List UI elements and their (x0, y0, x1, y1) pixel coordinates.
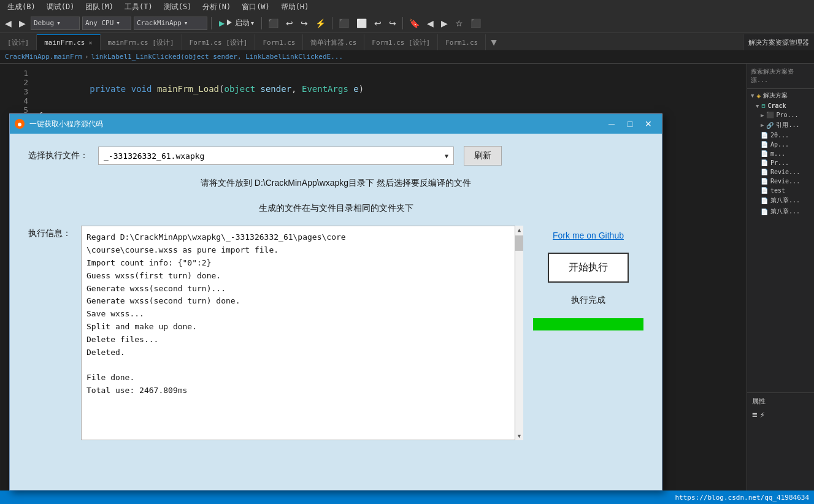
properties-title: 属性 (750, 395, 812, 407)
tree-pro-label: Pro... (776, 112, 798, 118)
toolbar-icon-6[interactable]: ⬜ (354, 17, 369, 30)
tree-test[interactable]: 📄 test (748, 186, 813, 195)
start-execute-button[interactable]: 开始执行 (548, 253, 629, 283)
tree-arrow-ref: ▶ (761, 122, 764, 128)
properties-panel: 属性 ≡ ⚡ (747, 392, 814, 491)
tree-review2[interactable]: 📄 Revie... (748, 177, 813, 186)
tree-review1[interactable]: 📄 Revie... (748, 167, 813, 177)
bookmark-icon[interactable]: 🔖 (407, 17, 422, 30)
tree-ref-label: 引用... (776, 121, 799, 129)
toolbar-icon-3[interactable]: ↪ (298, 17, 310, 30)
tab-design-old[interactable]: [设计] (0, 34, 37, 50)
menu-help[interactable]: 帮助(H) (276, 1, 314, 13)
dialog-window: ● 一键获取小程序源代码 ─ □ ✕ 选择执行文件： _-331326332_6… (9, 113, 662, 491)
breadcrumb-item-2[interactable]: linkLabel1_LinkClicked(object sender, Li… (91, 53, 343, 61)
dialog-close-btn[interactable]: ✕ (640, 118, 657, 130)
dialog-minimize-btn[interactable]: ─ (603, 118, 620, 130)
tree-pro[interactable]: ▶ ⬛ Pro... (748, 110, 813, 120)
dialog-maximize-btn[interactable]: □ (621, 118, 639, 130)
dropdown-arrow-icon: ▼ (445, 153, 448, 159)
tree-crack[interactable]: ▼ ⊟ Crack (748, 101, 813, 110)
menu-generate[interactable]: 生成(B) (2, 1, 40, 13)
toolbar-icon-7[interactable]: ↩ (372, 17, 384, 30)
dropdown-arrow-icon: ▾ (251, 20, 254, 26)
toolbar-icon-10[interactable]: ▶ (439, 17, 450, 30)
tree-arrow-crack: ▼ (756, 103, 759, 109)
menu-window[interactable]: 窗口(W) (237, 1, 275, 13)
refresh-button[interactable]: 刷新 (464, 146, 502, 166)
menu-tools[interactable]: 工具(T) (120, 1, 158, 13)
tab-form1-design[interactable]: Form1.cs [设计] (182, 34, 256, 50)
tab-close-mainfrm[interactable]: ✕ (88, 39, 92, 46)
properties-event-icon[interactable]: ⚡ (759, 410, 764, 419)
tree-pr-label: Pr... (770, 159, 789, 166)
toolbar-icon-8[interactable]: ↪ (386, 17, 399, 30)
tree-root-label: 解决方案 (763, 91, 788, 100)
file-dropdown[interactable]: _-331326332_61.wxapkg ▼ (98, 147, 454, 165)
file-select-label: 选择执行文件： (28, 150, 88, 161)
toolbar-icon-9[interactable]: ◀ (424, 17, 436, 30)
properties-list-icon[interactable]: ≡ (752, 410, 757, 419)
tree-ap[interactable]: 📄 Ap... (748, 140, 813, 149)
properties-icons-row: ≡ ⚡ (750, 407, 812, 422)
tree-ap-label: Ap... (770, 141, 789, 148)
play-icon: ▶ (219, 19, 225, 28)
tree-crack-label: Crack (767, 102, 786, 109)
exec-log[interactable]: Regard D:\CrackMinApp\wxapkg\_-331326332… (81, 226, 523, 440)
tree-ref[interactable]: ▶ 🔗 引用... (748, 120, 813, 131)
project-dropdown[interactable]: CrackMinApp▾ (134, 17, 207, 30)
exec-row: 执行信息： Regard D:\CrackMinApp\wxapkg\_-331… (28, 226, 643, 478)
tree-ch8-2-label: 第八章... (770, 207, 800, 216)
toolbar-icon-5[interactable]: ⬛ (336, 17, 351, 30)
toolbar-icon-12[interactable]: ⬛ (468, 17, 483, 30)
tab-calculator[interactable]: 简单计算器.cs (303, 34, 364, 50)
tab-form1-cs[interactable]: Form1.cs (255, 34, 303, 50)
menu-analyze[interactable]: 分析(N) (198, 1, 236, 13)
tree-review1-icon: 📄 (761, 169, 768, 175)
scrollbar-down-btn[interactable]: ▼ (515, 432, 523, 440)
dialog-title: 一键获取小程序源代码 (29, 119, 598, 129)
solution-tree: ▼ ◈ 解决方案 ▼ ⊟ Crack ▶ ⬛ Pro... ▶ 🔗 引用... … (747, 89, 814, 392)
dialog-app-icon: ● (15, 119, 25, 129)
solution-icon: ◈ (756, 92, 761, 100)
tree-review2-icon: 📄 (761, 178, 768, 185)
right-panel: 搜索解决方案资源... ▼ ◈ 解决方案 ▼ ⊟ Crack ▶ ⬛ Pro..… (747, 64, 814, 491)
breadcrumb-bar: CrackMinApp.mainFrm › linkLabel1_LinkCli… (0, 50, 814, 64)
exec-label: 执行信息： (28, 226, 71, 239)
tab-mainfrm-design[interactable]: mainFrm.cs [设计] (101, 34, 182, 50)
toolbar-sep-2 (261, 17, 262, 29)
tree-20[interactable]: 📄 20... (748, 131, 813, 140)
scrollbar-up-btn[interactable]: ▲ (515, 226, 523, 234)
menu-test[interactable]: 测试(S) (159, 1, 197, 13)
log-scrollbar[interactable]: ▲ ▼ (515, 226, 523, 440)
toolbar-icon-11[interactable]: ☆ (453, 17, 466, 30)
tree-ch8-1-label: 第八章... (770, 196, 800, 205)
toolbar-icon-1[interactable]: ⬛ (266, 17, 281, 30)
tab-mainfrm-cs[interactable]: mainFrm.cs ✕ (37, 34, 100, 50)
debug-dropdown[interactable]: Debug▾ (31, 17, 80, 30)
tree-m[interactable]: 📄 m... (748, 149, 813, 158)
tab-form1-design2[interactable]: Form1.cs [设计] (364, 34, 438, 50)
scrollbar-thumb[interactable] (515, 235, 523, 251)
github-link[interactable]: Fork me on Github (553, 231, 624, 240)
help-text-2: 生成的文件在与文件目录相同的文件夹下 (28, 200, 643, 216)
breadcrumb-item-1[interactable]: CrackMinApp.mainFrm (5, 53, 82, 61)
dialog-titlebar: ● 一键获取小程序源代码 ─ □ ✕ (10, 114, 662, 134)
tree-ch8-2[interactable]: 📄 第八章... (748, 206, 813, 217)
toolbar-icon-4[interactable]: ⚡ (313, 17, 328, 30)
tree-pr[interactable]: 📄 Pr... (748, 158, 813, 167)
tree-ch8-1[interactable]: 📄 第八章... (748, 195, 813, 206)
cpu-dropdown[interactable]: Any CPU▾ (82, 17, 131, 30)
start-debug-btn[interactable]: ▶ ▶ 启动 ▾ (215, 17, 258, 29)
tab-form1-cs2[interactable]: Form1.cs (438, 34, 486, 50)
tree-m-label: m... (770, 150, 785, 157)
menu-debug[interactable]: 调试(D) (42, 1, 80, 13)
forward-btn[interactable]: ▶ (17, 17, 28, 30)
solution-tab[interactable]: 解决方案资源管理器 (743, 34, 814, 50)
tab-overflow-btn[interactable]: ▼ (486, 34, 502, 50)
menu-team[interactable]: 团队(M) (80, 1, 118, 13)
tree-ch8-1-icon: 📄 (761, 197, 768, 204)
back-btn[interactable]: ◀ (2, 17, 14, 30)
toolbar-icon-2[interactable]: ↩ (283, 17, 296, 30)
toolbar-sep-4 (402, 17, 403, 29)
